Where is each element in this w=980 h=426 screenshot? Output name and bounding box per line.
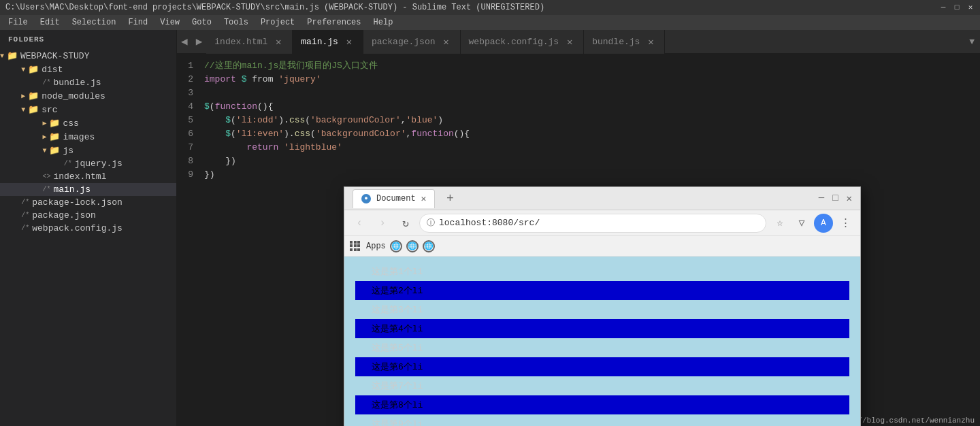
- tree-item-images[interactable]: ▶📁images: [0, 130, 176, 144]
- code-line-8: 8 }): [177, 154, 980, 168]
- tab-label: webpack.config.js: [469, 37, 559, 47]
- expand-icon: ▼: [42, 147, 46, 154]
- tree-item-package-json[interactable]: /*package.json: [0, 209, 176, 222]
- file-prefix: /*: [64, 160, 72, 167]
- menu-view[interactable]: View: [154, 16, 185, 29]
- apps-grid-icon[interactable]: [350, 241, 361, 252]
- tab-close[interactable]: ✕: [564, 36, 575, 47]
- tab-close[interactable]: ✕: [645, 36, 656, 47]
- tree-label: package.json: [32, 210, 96, 220]
- code-line-1: 1 //这里的main.js是我们项目的JS入口文件: [177, 59, 980, 73]
- folder-icon: 📁: [49, 118, 60, 129]
- file-prefix: /*: [42, 79, 50, 86]
- main-layout: FOLDERS ▼📁WEBPACK-STUDY ▼📁dist /*bundle.…: [0, 30, 980, 426]
- tree-label: src: [42, 105, 57, 115]
- tree-item-node-modules[interactable]: ▶📁node_modules: [0, 89, 176, 103]
- tree-item-jquery-js[interactable]: /*jquery.js: [0, 157, 176, 170]
- tab-close[interactable]: ✕: [344, 36, 355, 47]
- line-content-1: //这里的main.js是我们项目的JS入口文件: [204, 59, 980, 73]
- menu-edit[interactable]: Edit: [35, 16, 65, 29]
- menu-preferences[interactable]: Preferences: [301, 16, 366, 29]
- line-content-2: import $ from 'jquery': [204, 73, 980, 86]
- list-item-2: 这是第2个li: [355, 281, 849, 300]
- new-tab-button[interactable]: +: [440, 189, 459, 208]
- bookmark-globe-2[interactable]: 🌐: [406, 240, 419, 252]
- browser-minimize[interactable]: ─: [819, 193, 824, 204]
- file-prefix: /*: [21, 225, 29, 232]
- address-bar[interactable]: ⓘ localhost:8080/src/: [419, 214, 766, 233]
- tab-main-js[interactable]: main.js✕: [293, 30, 363, 54]
- browser-tab-close[interactable]: ✕: [421, 193, 427, 204]
- menu-tools[interactable]: Tools: [218, 16, 254, 29]
- menu-find[interactable]: Find: [122, 16, 153, 29]
- tab-webpack-config-js[interactable]: webpack.config.js✕: [461, 30, 585, 54]
- sidebar-title: FOLDERS: [0, 30, 176, 49]
- tree-item-webpack-config-js[interactable]: /*webpack.config.js: [0, 222, 176, 235]
- apps-shortcut[interactable]: Apps: [350, 241, 386, 252]
- reload-button[interactable]: ↻: [396, 214, 415, 233]
- tree-label: WEBPACK-STUDY: [20, 51, 89, 61]
- tree-label: dist: [42, 65, 63, 75]
- browser-close[interactable]: ✕: [847, 193, 852, 204]
- browser-maximize[interactable]: □: [832, 193, 838, 204]
- tree-item-dist[interactable]: ▼📁dist: [0, 63, 176, 76]
- title-bar: C:\Users\MAC\Desktop\font-end projects\W…: [0, 0, 980, 15]
- tree-item-main-js[interactable]: /*main.js: [0, 183, 176, 196]
- tab-close[interactable]: ✕: [441, 36, 452, 47]
- browser-titlebar: ● Document ✕ + ─ □ ✕: [344, 187, 860, 210]
- list-item-9: 这是第9个li: [369, 414, 849, 426]
- tree-item-WEBPACK-STUDY[interactable]: ▼📁WEBPACK-STUDY: [0, 49, 176, 63]
- line-num-3: 3: [177, 86, 204, 100]
- bookmark-globe-1[interactable]: 🌐: [390, 240, 402, 252]
- minimize-icon[interactable]: ─: [939, 3, 947, 12]
- menu-selection[interactable]: Selection: [67, 16, 122, 29]
- browser-window: ● Document ✕ + ─ □ ✕ ‹ › ↻ ⓘ localhost:8: [344, 186, 861, 426]
- menu-bar: File Edit Selection Find View Goto Tools…: [0, 15, 980, 30]
- menu-button[interactable]: ⋮: [836, 214, 855, 233]
- browser-tab[interactable]: ● Document ✕: [353, 189, 435, 208]
- maximize-icon[interactable]: □: [953, 3, 961, 12]
- bookmark-button[interactable]: ☆: [770, 214, 789, 233]
- window-controls[interactable]: ─ □ ✕: [939, 3, 975, 12]
- line-num-9: 9: [177, 168, 204, 182]
- menu-goto[interactable]: Goto: [186, 16, 217, 29]
- bookmark-globe-3[interactable]: 🌐: [423, 240, 435, 252]
- tab-close[interactable]: ✕: [273, 36, 284, 47]
- close-icon[interactable]: ✕: [966, 3, 975, 12]
- tree-item-package-lock-json[interactable]: /*package-lock.json: [0, 196, 176, 209]
- profile-button[interactable]: A: [814, 214, 833, 233]
- tree-label: main.js: [53, 184, 91, 195]
- line-num-8: 8: [177, 154, 204, 168]
- menu-help[interactable]: Help: [368, 16, 399, 29]
- bookmarks-bar: Apps 🌐 🌐 🌐: [344, 236, 860, 257]
- tree-item-css[interactable]: ▶📁css: [0, 116, 176, 130]
- tab-package-json[interactable]: package.json✕: [363, 30, 461, 54]
- tabs-container: index.html✕main.js✕package.json✕webpack.…: [206, 30, 964, 54]
- tree-item-src[interactable]: ▼📁src: [0, 103, 176, 116]
- cast-button[interactable]: ▽: [792, 214, 811, 233]
- line-content-6: $('li:even').css('backgroundColor',funct…: [204, 127, 980, 141]
- tab-nav-left[interactable]: ◀: [177, 30, 192, 54]
- tabs-dropdown[interactable]: ▼: [964, 30, 980, 54]
- list-item-3: 这是第3个li: [369, 300, 849, 319]
- list-item-8: 这是第8个li: [355, 395, 849, 414]
- line-num-6: 6: [177, 127, 204, 141]
- browser-content: 这是第1个li这是第2个li这是第3个li这是第4个li这是第5个li这是第6个…: [344, 257, 860, 426]
- tab-nav-right[interactable]: ▶: [192, 30, 207, 54]
- tree-item-js[interactable]: ▼📁js: [0, 144, 176, 157]
- browser-list: 这是第1个li这是第2个li这是第3个li这是第4个li这是第5个li这是第6个…: [355, 262, 849, 426]
- forward-button[interactable]: ›: [373, 214, 392, 233]
- tab-bundle-js[interactable]: bundle.js✕: [584, 30, 665, 54]
- file-prefix: <>: [42, 173, 50, 180]
- tree-item-bundle-js[interactable]: /*bundle.js: [0, 76, 176, 89]
- back-button[interactable]: ‹: [350, 214, 369, 233]
- list-item-5: 这是第5个li: [369, 338, 849, 357]
- browser-win-controls[interactable]: ─ □ ✕: [819, 193, 852, 204]
- tabs-bar: ◀ ▶ index.html✕main.js✕package.json✕webp…: [177, 30, 980, 54]
- file-prefix: /*: [21, 199, 29, 206]
- menu-file[interactable]: File: [3, 16, 33, 29]
- tree-item-index-html[interactable]: <>index.html: [0, 170, 176, 183]
- menu-project[interactable]: Project: [255, 16, 300, 29]
- tab-index-html[interactable]: index.html✕: [206, 30, 293, 54]
- editor-area: ◀ ▶ index.html✕main.js✕package.json✕webp…: [177, 30, 980, 426]
